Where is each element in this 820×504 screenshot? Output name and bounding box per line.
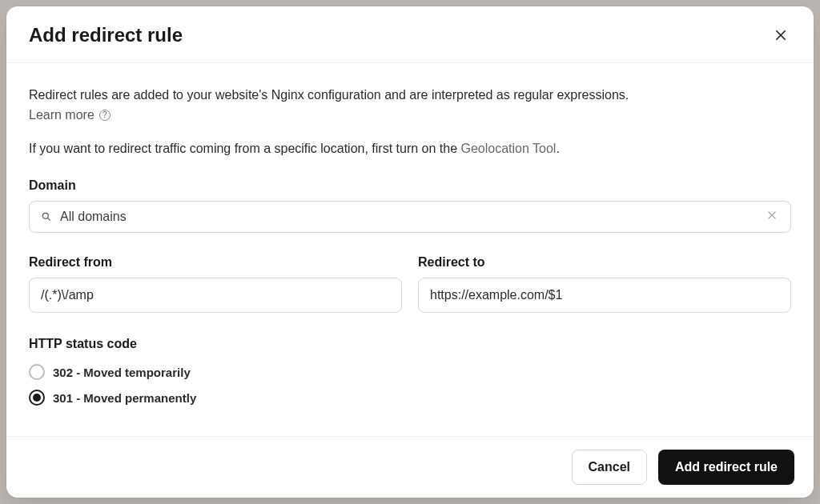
clear-icon	[766, 210, 778, 221]
clear-domain-button[interactable]	[765, 210, 779, 224]
redirect-to-input[interactable]	[418, 278, 791, 313]
svg-point-2	[42, 213, 48, 218]
add-redirect-rule-modal: Add redirect rule Redirect rules are add…	[6, 6, 814, 498]
modal-title: Add redirect rule	[29, 24, 183, 46]
redirect-from-field: Redirect from	[29, 255, 402, 313]
radio-checked-icon	[33, 394, 41, 402]
learn-more-link[interactable]: Learn more ?	[29, 108, 111, 122]
redirect-from-label: Redirect from	[29, 255, 402, 270]
geo-prefix: If you want to redirect traffic coming f…	[29, 142, 461, 155]
search-icon	[41, 211, 52, 222]
learn-more-label: Learn more	[29, 108, 94, 122]
radio-label: 301 - Moved permanently	[53, 391, 196, 405]
domain-select[interactable]: All domains	[29, 201, 791, 233]
redirect-from-input[interactable]	[29, 278, 402, 313]
submit-button[interactable]: Add redirect rule	[658, 450, 794, 485]
domain-selected-value: All domains	[60, 210, 765, 224]
svg-line-3	[48, 218, 50, 221]
cancel-button[interactable]: Cancel	[572, 450, 647, 485]
help-icon: ?	[99, 110, 111, 121]
redirect-to-label: Redirect to	[418, 255, 791, 270]
geolocation-hint: If you want to redirect traffic coming f…	[29, 142, 791, 156]
close-icon	[774, 28, 788, 42]
status-option-302[interactable]: 302 - Moved temporarily	[29, 359, 791, 385]
status-option-301[interactable]: 301 - Moved permanently	[29, 385, 791, 410]
modal-header: Add redirect rule	[6, 6, 814, 63]
domain-field: Domain All domains	[29, 178, 791, 233]
redirect-to-field: Redirect to	[418, 255, 791, 313]
http-status-code-group: HTTP status code 302 - Moved temporarily…	[29, 337, 791, 410]
close-button[interactable]	[770, 25, 791, 46]
geo-suffix: .	[556, 142, 559, 155]
radio-label: 302 - Moved temporarily	[53, 366, 191, 379]
domain-label: Domain	[29, 178, 791, 193]
radio-icon	[29, 390, 45, 406]
radio-icon	[29, 364, 45, 380]
modal-footer: Cancel Add redirect rule	[6, 436, 814, 498]
intro-text: Redirect rules are added to your website…	[29, 86, 791, 105]
http-status-code-label: HTTP status code	[29, 337, 791, 351]
redirect-row: Redirect from Redirect to	[29, 255, 791, 313]
modal-body: Redirect rules are added to your website…	[6, 63, 814, 436]
geolocation-tool-link[interactable]: Geolocation Tool	[461, 142, 557, 155]
